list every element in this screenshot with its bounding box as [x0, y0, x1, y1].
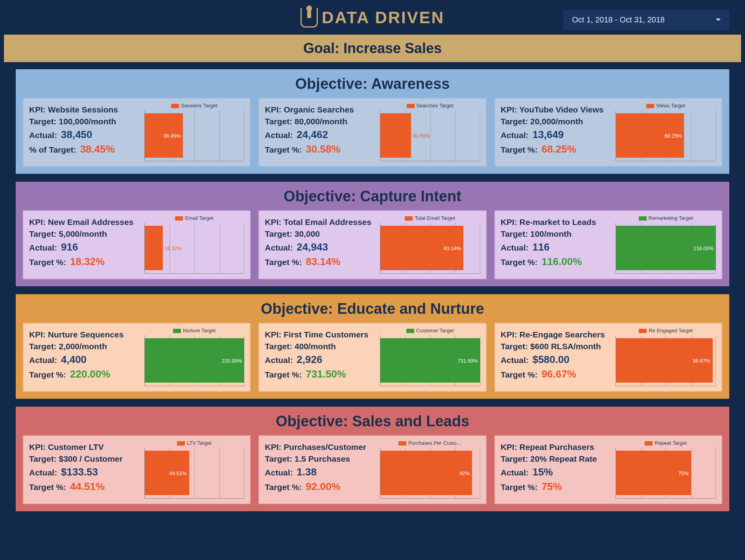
- kpi-row: KPI: Nurture SequencesTarget: 2,000/mont…: [23, 323, 722, 392]
- kpi-card: KPI: Customer LTVTarget: $300 / Customer…: [23, 435, 251, 504]
- chart-canvas: 68.25%: [616, 110, 716, 161]
- brand-logo: DATA DRIVEN: [301, 8, 444, 28]
- kpi-name: KPI: Nurture Sequences: [29, 330, 141, 339]
- chart-canvas: 731.50%: [380, 335, 480, 386]
- kpi-card: KPI: Nurture SequencesTarget: 2,000/mont…: [23, 323, 251, 392]
- chart-bar-label: 68.25%: [664, 133, 682, 138]
- chart-legend: LTV Target: [144, 440, 245, 446]
- kpi-row: KPI: New Email AddressesTarget: 5,000/mo…: [23, 210, 722, 279]
- objective-educate: Objective: Educate and NurtureKPI: Nurtu…: [16, 294, 729, 399]
- kpi-row: KPI: Website SessionsTarget: 100,000/mon…: [23, 98, 722, 167]
- chart-canvas: 96.67%: [616, 335, 716, 386]
- kpi-pct: Target %: 68.25%: [501, 143, 613, 155]
- chart-canvas: 38.45%: [144, 110, 245, 161]
- kpi-text: KPI: First Time CustomersTarget: 400/mon…: [265, 328, 377, 386]
- chart-legend: Total Email Target: [380, 215, 480, 221]
- kpi-text: KPI: Re-market to LeadsTarget: 100/month…: [501, 215, 613, 274]
- kpi-name: KPI: Customer LTV: [29, 442, 141, 452]
- chart-canvas: 75%: [616, 448, 716, 499]
- torch-shield-icon: [301, 8, 318, 28]
- chart-legend: Email Target: [144, 215, 245, 221]
- kpi-text: KPI: New Email AddressesTarget: 5,000/mo…: [29, 215, 141, 274]
- kpi-card: KPI: Re-market to LeadsTarget: 100/month…: [494, 210, 722, 279]
- objective-title: Objective: Educate and Nurture: [23, 300, 722, 317]
- chevron-down-icon: [716, 18, 721, 21]
- chart-canvas: 44.51%: [144, 448, 245, 499]
- kpi-actual: Actual: 1.38: [265, 466, 377, 478]
- kpi-card: KPI: New Email AddressesTarget: 5,000/mo…: [23, 210, 251, 279]
- kpi-mini-chart: Re Engaged Target96.67%: [616, 328, 716, 386]
- chart-bar-label: 116.00%: [693, 245, 714, 251]
- chart-bar: [145, 226, 163, 270]
- objective-sales: Objective: Sales and LeadsKPI: Customer …: [16, 407, 729, 511]
- kpi-name: KPI: Re-Engage Searchers: [501, 330, 613, 339]
- kpi-pct: Target %: 116.00%: [501, 256, 613, 268]
- kpi-mini-chart: Email Target18.32%: [144, 215, 245, 274]
- kpi-actual: Actual: $133.53: [29, 466, 141, 478]
- kpi-target: Target: $600 RLSA/month: [501, 342, 613, 351]
- kpi-name: KPI: Organic Searches: [265, 105, 377, 114]
- kpi-name: KPI: Re-market to Leads: [501, 217, 613, 227]
- kpi-name: KPI: First Time Customers: [265, 330, 377, 339]
- kpi-actual: Actual: 24,943: [265, 241, 377, 253]
- kpi-card: KPI: Repeat PurchasersTarget: 20% Repeat…: [494, 435, 722, 504]
- chart-legend: Nurture Target: [144, 328, 245, 333]
- chart-bar-label: 44.51%: [169, 470, 186, 476]
- chart-legend: Repeat Target: [616, 440, 716, 446]
- kpi-pct: Target %: 18.32%: [29, 256, 141, 268]
- kpi-name: KPI: New Email Addresses: [29, 217, 141, 227]
- kpi-pct: Target %: 83.14%: [265, 256, 377, 268]
- kpi-target: Target: 1.5 Purchases: [265, 454, 377, 464]
- objective-capture: Objective: Capture IntentKPI: New Email …: [16, 182, 729, 286]
- kpi-pct: Target %: 30.58%: [265, 143, 377, 155]
- kpi-text: KPI: YouTube Video ViewsTarget: 20,000/m…: [501, 103, 613, 161]
- objective-title: Objective: Awareness: [23, 76, 722, 92]
- kpi-target: Target: 400/month: [265, 342, 377, 351]
- kpi-name: KPI: YouTube Video Views: [501, 105, 613, 114]
- kpi-text: KPI: Purchases/CustomerTarget: 1.5 Purch…: [265, 440, 377, 499]
- kpi-mini-chart: Nurture Target220.00%: [144, 328, 245, 386]
- chart-bar: 96.67%: [616, 338, 712, 383]
- kpi-target: Target: 5,000/month: [29, 229, 141, 239]
- chart-canvas: 116.00%: [616, 223, 716, 274]
- chart-legend: Searches Target: [380, 103, 480, 109]
- kpi-actual: Actual: 2,926: [265, 354, 377, 366]
- kpi-text: KPI: Re-Engage SearchersTarget: $600 RLS…: [501, 328, 613, 386]
- kpi-actual: Actual: 116: [501, 241, 613, 253]
- kpi-name: KPI: Purchases/Customer: [265, 442, 377, 452]
- brand-name: DATA DRIVEN: [322, 8, 444, 27]
- chart-bar-label: 96.67%: [693, 357, 710, 363]
- chart-legend: Views Target: [616, 103, 716, 109]
- objective-title: Objective: Capture Intent: [23, 188, 722, 205]
- kpi-mini-chart: LTV Target44.51%: [144, 440, 245, 499]
- kpi-mini-chart: Views Target68.25%: [616, 103, 716, 161]
- kpi-row: KPI: Customer LTVTarget: $300 / Customer…: [23, 435, 722, 504]
- chart-legend: Re Engaged Target: [616, 328, 716, 333]
- chart-canvas: 220.00%: [144, 335, 245, 386]
- chart-bar-label: 38.45%: [163, 133, 181, 138]
- chart-legend: Customer Target: [380, 328, 480, 333]
- kpi-text: KPI: Repeat PurchasersTarget: 20% Repeat…: [501, 440, 613, 499]
- chart-bar: 83.14%: [380, 226, 463, 270]
- kpi-pct: Target %: 75%: [501, 481, 613, 493]
- kpi-actual: Actual: 4,400: [29, 354, 141, 366]
- chart-bar: 75%: [616, 451, 691, 495]
- chart-canvas: 83.14%: [380, 223, 480, 274]
- chart-bar-label: 83.14%: [444, 245, 461, 251]
- kpi-actual: Actual: 13,649: [501, 129, 613, 141]
- kpi-mini-chart: Remarketing Target116.00%: [616, 215, 716, 274]
- date-range-picker[interactable]: Oct 1, 2018 - Oct 31, 2018: [563, 10, 729, 30]
- chart-bar: [380, 113, 411, 158]
- kpi-target: Target: 2,000/month: [29, 342, 141, 351]
- kpi-card: KPI: Purchases/CustomerTarget: 1.5 Purch…: [258, 435, 486, 504]
- chart-bar: 92%: [380, 451, 472, 495]
- kpi-name: KPI: Total Email Addresses: [265, 217, 377, 227]
- kpi-card: KPI: Re-Engage SearchersTarget: $600 RLS…: [494, 323, 722, 392]
- chart-canvas: 92%: [380, 448, 480, 499]
- chart-legend: Sessions Target: [144, 103, 245, 109]
- kpi-target: Target: 100/month: [501, 229, 613, 239]
- chart-bar-label: 18.32%: [164, 245, 182, 251]
- kpi-mini-chart: Searches Target30.58%: [380, 103, 480, 161]
- kpi-mini-chart: Sessions Target38.45%: [144, 103, 245, 161]
- kpi-target: Target: 20% Repeat Rate: [501, 454, 613, 464]
